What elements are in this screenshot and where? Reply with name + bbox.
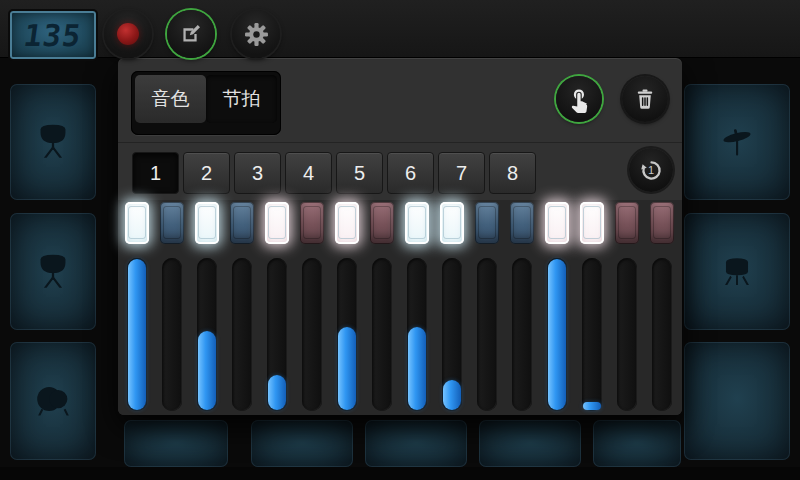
step-toggle-11[interactable] (475, 202, 499, 244)
bar-button-5[interactable]: 5 (336, 152, 383, 194)
drum-pad-left-2[interactable] (10, 213, 96, 330)
drum-machine-screen: 135 音色节拍 12345678 1 (0, 0, 800, 480)
slider-fill (268, 375, 286, 410)
bar-button-1[interactable]: 1 (132, 152, 179, 194)
drum-pad-bottom-4[interactable] (479, 420, 581, 467)
velocity-slider-1[interactable] (127, 258, 147, 411)
drum-pad-bottom-3[interactable] (365, 420, 467, 467)
step-toggle-15[interactable] (615, 202, 639, 244)
velocity-slider-5[interactable] (267, 258, 287, 411)
step-toggle-10[interactable] (440, 202, 464, 244)
velocity-slider-11[interactable] (477, 258, 497, 411)
step-toggle-8[interactable] (370, 202, 394, 244)
step-toggle-12[interactable] (510, 202, 534, 244)
velocity-slider-13[interactable] (547, 258, 567, 411)
velocity-slider-3[interactable] (197, 258, 217, 411)
trash-icon (633, 87, 657, 111)
top-bar: 135 (0, 0, 800, 58)
velocity-slider-10[interactable] (442, 258, 462, 411)
cymbal-icon (714, 119, 760, 165)
velocity-slider-12[interactable] (512, 258, 532, 411)
velocity-slider-7[interactable] (337, 258, 357, 411)
edit-button[interactable] (167, 10, 215, 58)
velocity-slider-16[interactable] (652, 258, 672, 411)
settings-button[interactable] (232, 10, 280, 58)
drum-pad-left-1[interactable] (10, 84, 96, 200)
record-icon (117, 23, 139, 45)
drum-pad-right-2[interactable] (684, 213, 790, 330)
gear-icon (244, 22, 269, 47)
step-toggle-2[interactable] (160, 202, 184, 244)
step-toggle-4[interactable] (230, 202, 254, 244)
velocity-slider-8[interactable] (372, 258, 392, 411)
standing-tom-drum-icon (30, 249, 76, 295)
slider-fill (408, 327, 426, 410)
drum-pad-bottom-5[interactable] (593, 420, 681, 467)
bottom-strip (0, 467, 800, 480)
snare-drum-icon (714, 249, 760, 295)
bar-selector: 12345678 (132, 152, 536, 194)
tab-beat[interactable]: 节拍 (206, 75, 277, 123)
record-button[interactable] (104, 10, 152, 58)
velocity-slider-2[interactable] (162, 258, 182, 411)
velocity-slider-9[interactable] (407, 258, 427, 411)
bar-button-2[interactable]: 2 (183, 152, 230, 194)
edit-icon (178, 21, 204, 47)
bar-button-4[interactable]: 4 (285, 152, 332, 194)
tap-hand-icon (566, 86, 593, 113)
slider-fill (443, 380, 461, 410)
drum-pad-bottom-1[interactable] (124, 420, 228, 467)
drum-pad-right-3[interactable] (684, 342, 790, 460)
bar-button-6[interactable]: 6 (387, 152, 434, 194)
step-toggle-16[interactable] (650, 202, 674, 244)
step-toggle-9[interactable] (405, 202, 429, 244)
bpm-display[interactable]: 135 (8, 9, 98, 61)
loop-button[interactable]: 1 (629, 148, 673, 192)
drum-pad-bottom-2[interactable] (251, 420, 353, 467)
step-toggle-row (125, 202, 674, 244)
velocity-slider-14[interactable] (582, 258, 602, 411)
bass-drum-icon (30, 378, 76, 424)
slider-fill (338, 327, 356, 410)
velocity-slider-row (125, 258, 674, 411)
step-toggle-7[interactable] (335, 202, 359, 244)
slider-fill (128, 259, 146, 410)
step-toggle-13[interactable] (545, 202, 569, 244)
drum-pad-left-3[interactable] (10, 342, 96, 460)
slider-fill (583, 402, 601, 410)
step-sequencer-section (118, 200, 682, 415)
velocity-slider-6[interactable] (302, 258, 322, 411)
velocity-slider-4[interactable] (232, 258, 252, 411)
tab-group: 音色节拍 (131, 71, 281, 135)
panel-header: 音色节拍 (118, 58, 682, 143)
bpm-value: 135 (22, 18, 84, 53)
repeat-one-icon (638, 157, 665, 184)
slider-fill (198, 331, 216, 410)
tap-input-button[interactable] (556, 76, 602, 122)
velocity-slider-15[interactable] (617, 258, 637, 411)
step-toggle-1[interactable] (125, 202, 149, 244)
delete-button[interactable] (622, 76, 668, 122)
bar-button-8[interactable]: 8 (489, 152, 536, 194)
drum-pad-right-1[interactable] (684, 84, 790, 200)
step-toggle-5[interactable] (265, 202, 289, 244)
step-toggle-6[interactable] (300, 202, 324, 244)
bar-button-7[interactable]: 7 (438, 152, 485, 194)
tab-timbre[interactable]: 音色 (135, 75, 206, 123)
beat-editor-panel: 音色节拍 12345678 1 (118, 58, 682, 415)
bars-section: 12345678 1 (118, 142, 682, 201)
slider-fill (548, 259, 566, 410)
bar-button-3[interactable]: 3 (234, 152, 281, 194)
step-toggle-3[interactable] (195, 202, 219, 244)
standing-tom-drum-icon (30, 119, 76, 165)
step-toggle-14[interactable] (580, 202, 604, 244)
